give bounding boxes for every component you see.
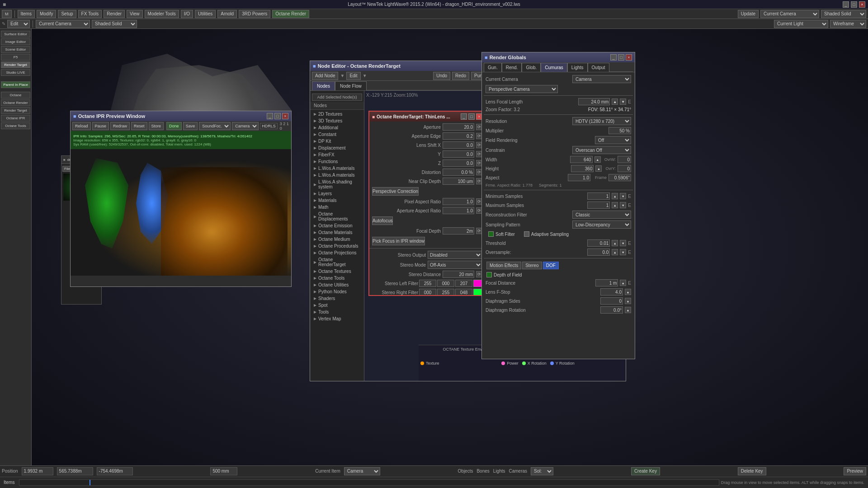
scene-editor-btn[interactable]: Scene Editor [1,46,30,53]
rg-tab-glob[interactable]: Glob. [522,63,541,72]
rg-threshold-input[interactable] [587,239,610,247]
3d-textures-item[interactable]: ▶3D Textures [310,117,364,124]
spot-item[interactable]: ▶Spot [310,302,364,309]
3rd-powers-btn[interactable]: 3RD Powers [239,10,270,18]
y-input[interactable] [443,150,474,158]
rg-oversample-up[interactable]: ▲ [612,249,618,255]
math-item[interactable]: ▶Math [310,204,364,211]
octane-tools-item[interactable]: ▶Octane Tools [310,275,364,282]
rg-focal-edit[interactable]: E [628,99,631,104]
light-select[interactable]: Current Light [774,20,828,28]
rg-field-rendering-select[interactable]: Off [595,136,631,144]
perspective-correction-btn[interactable]: Perspective Correction [372,187,419,196]
autofocus-btn[interactable]: Autofocus [372,216,393,225]
functions-item[interactable]: ▶Functions [310,158,364,165]
focal-depth-input[interactable] [443,227,474,235]
rg-oversample-down[interactable]: ▼ [620,249,626,255]
parent-in-place-btn[interactable]: Parent In Place [1,81,30,88]
close-btn[interactable]: × [859,1,865,8]
ipr-done-btn[interactable]: Done [166,122,182,130]
item-select[interactable]: Camera [344,467,380,475]
rg-threshold-up[interactable]: ▲ [612,240,618,246]
aperture-input[interactable] [443,123,474,131]
fx-tools-btn[interactable]: FX Tools [78,10,102,18]
stereo-right-r[interactable] [419,289,436,295]
rg-camera-select[interactable]: Camera [572,75,631,83]
view-btn[interactable]: View [127,10,143,18]
octane-materials-item[interactable]: ▶Octane Materials [310,229,364,236]
add-selected-btn[interactable]: Add Selected Node(s) [312,94,362,101]
stereo-dist-input[interactable] [443,271,474,278]
rg-focal-up[interactable]: ▲ [612,99,618,105]
add-node-btn[interactable]: Add Node [312,72,338,80]
fx5-btn[interactable]: F5 [1,54,30,61]
undo-btn[interactable]: Undo [433,72,450,80]
rg-focal-dist-edit[interactable]: E [628,281,631,286]
distortion-input[interactable] [443,169,474,176]
python-nodes-item[interactable]: ▶Python Nodes [310,288,364,295]
rg-tab-cameras[interactable]: Cumuras [541,63,567,72]
rg-tab-rend[interactable]: Rend. [502,63,522,72]
shading-select[interactable]: Shaded Solid [821,10,866,18]
modeler-icon[interactable]: M [2,10,12,18]
image-editor-btn[interactable]: Image Editor [1,38,30,45]
2d-textures-item[interactable]: ▶2D Textures [310,111,364,117]
ipr-pause-btn[interactable]: Pause [92,122,109,130]
modify-btn[interactable]: Modify [37,10,56,18]
rg-height-input[interactable] [571,165,594,172]
maximize-btn[interactable]: □ [851,1,857,8]
rg-aspect-input[interactable] [568,174,590,181]
rg-focal-length-input[interactable] [578,98,610,105]
stereo-right-b[interactable] [455,289,472,295]
rg-min-down[interactable]: ▼ [620,193,626,199]
update-btn[interactable]: Update [738,10,759,18]
rg-fstop-up[interactable]: ▲ [625,289,631,295]
shaded-solid-select[interactable]: Shaded Solid [92,20,137,28]
dof-tab[interactable]: DOF [543,262,559,269]
viewport-mode-select[interactable]: Wireframe [830,20,866,28]
rg-multiplier-input[interactable] [609,127,631,134]
octane-render-side-btn[interactable]: Octane Render [1,99,30,106]
octane-proc-item[interactable]: ▶Octane Procedurals [310,243,364,249]
lwoa-shading-item[interactable]: ▶L.Wos.A shading system [310,178,364,190]
lens-shift-x-input[interactable] [443,141,474,149]
octane-util-item[interactable]: ▶Octane Utilities [310,282,364,288]
octane-render-btn[interactable]: Octane Render [272,10,309,18]
rg-diaphragm-sides-up[interactable]: ▲ [625,298,631,304]
ipr-reload-btn[interactable]: Reload [72,122,91,130]
pixel-aspect-input[interactable] [443,198,474,205]
modeler-tools-btn[interactable]: Modeler Tools [145,10,179,18]
utilities-btn[interactable]: Utilities [195,10,216,18]
rg-max-edit[interactable]: E [628,203,631,208]
ipr-redraw-btn[interactable]: Redraw [110,122,130,130]
near-clip-input[interactable] [443,178,474,185]
dp-kit-item[interactable]: ▶DP Kit [310,138,364,145]
ipr-close[interactable]: × [282,113,288,119]
aperture-aspect-input[interactable] [443,207,474,214]
edit-dropdown[interactable]: Edit [7,20,30,28]
render-select[interactable]: Sol: [531,467,553,475]
render-target-side-btn[interactable]: Render Target [1,61,30,68]
io-btn[interactable]: I/O [181,10,193,18]
depth-of-field-cb[interactable] [486,272,492,277]
rg-min-edit[interactable]: E [628,194,631,199]
stereo-left-b[interactable] [455,280,472,287]
render-btn[interactable]: Render [104,10,125,18]
rg-resolution-select[interactable]: HDTV (1280 x 720) [572,117,631,125]
octane-disp-item[interactable]: ▶Octane Displacements [310,211,364,222]
node-flow-tab[interactable]: Node Flow [335,81,367,90]
timeline-area[interactable] [19,479,719,486]
materials-item[interactable]: ▶Materials [310,197,364,204]
rg-focal-down[interactable]: ▼ [620,99,626,105]
create-key-btn[interactable]: Create Key [631,467,660,475]
lwoa-mat-item[interactable]: ▶L.Wos.A materials [310,165,364,172]
node-edit-btn[interactable]: Edit [346,72,360,80]
rg-minimize[interactable]: _ [610,54,617,61]
rg-width-input[interactable] [570,156,593,163]
rg-width-up[interactable]: ▲ [594,156,601,163]
rg-close[interactable]: × [626,54,632,61]
rg-diaphragm-rot-input[interactable] [600,306,623,314]
rg-tab-output[interactable]: Output [588,63,609,72]
stereo-right-swatch[interactable] [473,289,482,295]
rg-tab-gun[interactable]: Gun. [484,63,502,72]
